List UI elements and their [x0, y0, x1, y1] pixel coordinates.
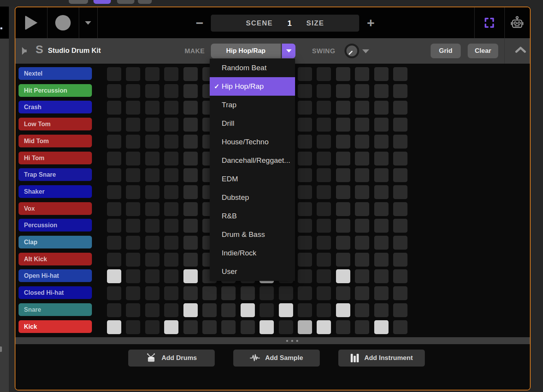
step-cell[interactable]	[145, 118, 160, 132]
step-cell[interactable]	[164, 202, 178, 216]
step-cell[interactable]	[374, 118, 389, 132]
step-cell[interactable]	[317, 168, 331, 182]
step-cell[interactable]	[317, 152, 331, 166]
step-cell[interactable]	[202, 303, 217, 317]
step-cell[interactable]	[336, 253, 350, 267]
step-cell[interactable]	[107, 168, 121, 182]
track-pill[interactable]: Mid Tom	[19, 135, 92, 147]
menu-item[interactable]: Trap	[210, 96, 295, 114]
step-cell[interactable]	[164, 101, 178, 115]
swing-dropdown-button[interactable]	[362, 49, 369, 53]
menu-item[interactable]: EDM	[210, 170, 295, 188]
menu-item[interactable]: ✓Hip Hop/Rap	[210, 77, 295, 96]
menu-item[interactable]: Dubstep	[210, 188, 295, 207]
track-pill[interactable]: Vox	[19, 202, 92, 215]
step-cell[interactable]	[298, 168, 312, 182]
step-cell[interactable]	[355, 219, 369, 233]
track-pill[interactable]: Hit Percussion	[19, 84, 92, 97]
step-cell[interactable]	[183, 168, 198, 182]
step-cell[interactable]	[298, 101, 312, 115]
step-cell[interactable]	[202, 320, 217, 334]
step-cell[interactable]	[298, 219, 312, 233]
record-options-button[interactable]	[79, 7, 97, 38]
step-cell[interactable]	[260, 303, 274, 317]
step-cell[interactable]	[355, 253, 369, 267]
step-cell[interactable]	[355, 118, 369, 132]
step-cell[interactable]	[126, 118, 140, 132]
step-cell[interactable]	[164, 118, 178, 132]
step-cell[interactable]	[260, 320, 274, 334]
clear-button[interactable]: Clear	[468, 44, 498, 58]
track-pill[interactable]: Snare	[19, 303, 92, 316]
step-cell[interactable]	[374, 286, 389, 300]
step-cell[interactable]	[164, 219, 178, 233]
step-cell[interactable]	[355, 168, 369, 182]
step-cell[interactable]	[298, 202, 312, 216]
step-cell[interactable]	[183, 185, 198, 199]
step-cell[interactable]	[374, 185, 389, 199]
play-button[interactable]	[15, 7, 47, 38]
add-drums-button[interactable]: Add Drums	[128, 350, 215, 367]
step-cell[interactable]	[107, 118, 121, 132]
step-cell[interactable]	[393, 320, 407, 334]
step-cell[interactable]	[298, 303, 312, 317]
step-cell[interactable]	[126, 269, 140, 283]
step-cell[interactable]	[107, 303, 121, 317]
step-cell[interactable]	[164, 84, 178, 98]
step-cell[interactable]	[355, 67, 369, 81]
step-cell[interactable]	[107, 219, 121, 233]
panel-resize-handle[interactable]	[15, 337, 530, 344]
step-cell[interactable]	[336, 152, 350, 166]
step-cell[interactable]	[355, 101, 369, 115]
menu-item[interactable]: Dancehall/Reggaet...	[210, 151, 295, 170]
step-cell[interactable]	[145, 152, 160, 166]
step-cell[interactable]	[164, 320, 178, 334]
step-cell[interactable]	[107, 101, 121, 115]
step-cell[interactable]	[393, 303, 407, 317]
step-cell[interactable]	[336, 135, 350, 149]
step-cell[interactable]	[164, 185, 178, 199]
step-cell[interactable]	[393, 286, 407, 300]
add-sample-button[interactable]: Add Sample	[233, 350, 320, 367]
scene-plus-button[interactable]: +	[362, 7, 379, 38]
step-cell[interactable]	[126, 168, 140, 182]
step-cell[interactable]	[355, 303, 369, 317]
step-cell[interactable]	[374, 269, 389, 283]
step-cell[interactable]	[393, 253, 407, 267]
step-cell[interactable]	[279, 303, 293, 317]
track-pill[interactable]: Trap Snare	[19, 168, 92, 181]
track-pill[interactable]: Clap	[19, 236, 92, 248]
step-cell[interactable]	[298, 118, 312, 132]
step-cell[interactable]	[145, 303, 160, 317]
step-cell[interactable]	[107, 84, 121, 98]
step-cell[interactable]	[279, 286, 293, 300]
step-cell[interactable]	[183, 118, 198, 132]
step-cell[interactable]	[374, 84, 389, 98]
step-cell[interactable]	[107, 185, 121, 199]
step-cell[interactable]	[317, 303, 331, 317]
menu-item[interactable]: Random Beat	[210, 59, 295, 77]
step-cell[interactable]	[164, 152, 178, 166]
step-cell[interactable]	[107, 320, 121, 334]
track-pill[interactable]: Open Hi-hat	[19, 269, 92, 282]
step-cell[interactable]	[241, 303, 255, 317]
step-cell[interactable]	[164, 269, 178, 283]
step-cell[interactable]	[317, 67, 331, 81]
step-cell[interactable]	[374, 202, 389, 216]
step-cell[interactable]	[336, 219, 350, 233]
track-pill[interactable]: Crash	[19, 101, 92, 113]
step-cell[interactable]	[393, 101, 407, 115]
step-cell[interactable]	[164, 286, 178, 300]
step-cell[interactable]	[355, 269, 369, 283]
step-cell[interactable]	[145, 253, 160, 267]
step-cell[interactable]	[126, 236, 140, 250]
step-cell[interactable]	[298, 320, 312, 334]
menu-item[interactable]: House/Techno	[210, 133, 295, 151]
step-cell[interactable]	[279, 320, 293, 334]
step-cell[interactable]	[145, 219, 160, 233]
add-instrument-button[interactable]: Add Instrument	[338, 350, 425, 367]
step-cell[interactable]	[374, 152, 389, 166]
step-cell[interactable]	[145, 269, 160, 283]
step-cell[interactable]	[393, 236, 407, 250]
step-cell[interactable]	[202, 286, 217, 300]
